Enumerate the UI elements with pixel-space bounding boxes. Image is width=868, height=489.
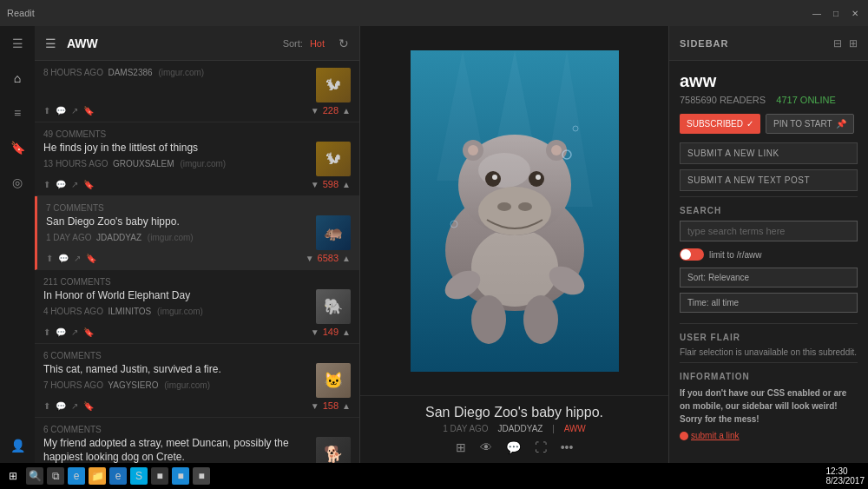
feed-item[interactable]: 6 COMMENTS This cat, named Justin, survi…: [35, 344, 359, 418]
downvote-button[interactable]: ▼: [311, 327, 319, 337]
app-icon2[interactable]: ■: [172, 467, 189, 485]
upvote-icon[interactable]: ⬆: [43, 401, 50, 411]
feed-item-content: He finds joy in the littlest of things 1…: [43, 142, 309, 171]
feed-item[interactable]: 6 COMMENTS My friend adopted a stray, me…: [35, 418, 359, 463]
edge-icon[interactable]: e: [68, 467, 85, 485]
maximize-button[interactable]: □: [830, 7, 842, 19]
sidebar-header-icons: ⊟ ⊞: [833, 37, 858, 50]
task-view-icon[interactable]: ⧉: [47, 467, 64, 485]
share-icon[interactable]: ↗: [71, 401, 78, 411]
minimize-button[interactable]: —: [811, 7, 823, 19]
user-icon[interactable]: 👤: [7, 435, 28, 456]
expand-action-icon[interactable]: ⛶: [535, 440, 547, 454]
feed-item-meta2: 7 HOURS AGO YAGYSIERO (imgur.com): [43, 380, 309, 390]
feed-item-header: 8 HOURS AGO DAMS2386 (imgur.com) 🐿: [43, 68, 351, 102]
search-input[interactable]: [680, 221, 858, 241]
share-icon[interactable]: ↗: [71, 327, 78, 337]
subreddit-name: aww: [680, 71, 858, 91]
upvote-icon[interactable]: ⬆: [43, 106, 50, 116]
upvote-button[interactable]: ▲: [342, 254, 351, 263]
eye-action-icon[interactable]: 👁: [480, 440, 492, 454]
app-title: Readit: [7, 8, 811, 18]
limit-toggle[interactable]: [680, 248, 704, 261]
image-action-icon[interactable]: ⊞: [456, 440, 466, 454]
sidebar-columns-icon[interactable]: ⊞: [849, 37, 858, 50]
save-icon[interactable]: 🔖: [83, 106, 94, 116]
sort-value[interactable]: Hot: [310, 38, 325, 49]
feed-item[interactable]: 211 COMMENTS In Honor of World Elephant …: [35, 270, 359, 344]
content-sub[interactable]: AWW: [564, 424, 586, 433]
hamburger-menu-icon[interactable]: ☰: [7, 33, 28, 54]
information-section-title: INFORMATION: [680, 372, 858, 381]
time-select[interactable]: Time: all time: [680, 293, 858, 313]
feed-item-thumbnail: 🐱: [316, 363, 351, 398]
check-icon: ✓: [746, 119, 753, 129]
downvote-button[interactable]: ▼: [306, 254, 314, 263]
content-footer: San Diego Zoo's baby hippo. 1 DAY AGO JD…: [360, 395, 668, 463]
save-icon[interactable]: 🔖: [83, 327, 94, 337]
content-user[interactable]: JDADDYAZ: [497, 424, 542, 433]
svg-point-6: [471, 228, 558, 307]
share-icon[interactable]: ↗: [71, 106, 78, 116]
feed-item[interactable]: 7 COMMENTS San Diego Zoo's baby hippo. 1…: [35, 196, 359, 270]
feed-menu-icon[interactable]: ☰: [45, 36, 56, 50]
upvote-icon[interactable]: ⬆: [46, 254, 53, 263]
feed-item-content: San Diego Zoo's baby hippo. 1 DAY AGO JD…: [46, 215, 309, 245]
close-button[interactable]: ✕: [849, 7, 861, 19]
submit-link[interactable]: submit a link: [691, 431, 740, 440]
upvote-button[interactable]: ▲: [342, 401, 351, 411]
app-icon1[interactable]: ■: [151, 467, 168, 485]
feed-item-content: My friend adopted a stray, meet Duncan, …: [43, 437, 309, 463]
upvote-button[interactable]: ▲: [342, 180, 351, 189]
feed-item[interactable]: 8 HOURS AGO DAMS2386 (imgur.com) 🐿 ⬆ 💬 ↗…: [35, 61, 359, 122]
comment-icon[interactable]: 💬: [56, 180, 66, 189]
feed-item-header: San Diego Zoo's baby hippo. 1 DAY AGO JD…: [46, 215, 351, 250]
submit-link-row: submit a link: [680, 431, 858, 440]
svg-point-19: [536, 175, 541, 180]
feed-item-meta: 211 COMMENTS: [43, 277, 351, 287]
share-icon[interactable]: ↗: [74, 254, 81, 263]
search-taskbar-icon[interactable]: 🔍: [26, 467, 43, 485]
ie-icon[interactable]: e: [109, 467, 127, 485]
compass-icon[interactable]: ◎: [7, 172, 28, 193]
save-icon[interactable]: 🔖: [83, 401, 94, 411]
list-icon[interactable]: ≡: [7, 102, 28, 123]
share-icon[interactable]: ↗: [71, 180, 78, 189]
feed-item-header: This cat, named Justin, survived a fire.…: [43, 363, 351, 398]
folder-icon[interactable]: 📁: [89, 467, 106, 485]
downvote-button[interactable]: ▼: [311, 401, 319, 411]
more-action-icon[interactable]: •••: [561, 440, 574, 454]
feed-item-meta2: 1 DAY AGO JDADDYAZ (imgur.com): [46, 233, 309, 242]
comment-icon[interactable]: 💬: [56, 401, 66, 411]
content-meta: 1 DAY AGO JDADDYAZ | AWW: [378, 424, 651, 433]
upvote-button[interactable]: ▲: [342, 327, 351, 337]
submit-link-button[interactable]: SUBMIT A NEW LINK: [680, 142, 858, 164]
pin-button[interactable]: PIN TO START 📌: [766, 114, 854, 134]
submit-text-button[interactable]: SUBMIT A NEW TEXT POST: [680, 169, 858, 191]
feed-item-header: He finds joy in the littlest of things 1…: [43, 142, 351, 176]
bookmark-icon[interactable]: 🔖: [7, 137, 28, 158]
app-icon3[interactable]: ■: [193, 467, 210, 485]
downvote-button[interactable]: ▼: [311, 180, 319, 189]
sidebar-layout-icon[interactable]: ⊟: [833, 37, 842, 50]
upvote-icon[interactable]: ⬆: [43, 327, 50, 337]
upvote-button[interactable]: ▲: [342, 106, 351, 116]
feed-item-meta: 8 HOURS AGO DAMS2386 (imgur.com): [43, 68, 309, 77]
start-button[interactable]: ⊞: [3, 466, 23, 486]
comment-icon[interactable]: 💬: [56, 106, 66, 116]
sort-select[interactable]: Sort: Relevance: [680, 268, 858, 287]
save-icon[interactable]: 🔖: [83, 180, 94, 189]
skype-icon[interactable]: S: [130, 467, 148, 485]
subscribe-button[interactable]: SUBSCRIBED ✓: [680, 114, 760, 134]
refresh-icon[interactable]: ↻: [339, 36, 349, 50]
home-icon[interactable]: ⌂: [7, 68, 28, 89]
upvote-icon[interactable]: ⬆: [43, 180, 50, 189]
downvote-button[interactable]: ▼: [311, 106, 319, 116]
feed-item[interactable]: 49 COMMENTS He finds joy in the littlest…: [35, 122, 359, 196]
title-bar: Readit — □ ✕: [0, 0, 868, 26]
comment-icon[interactable]: 💬: [56, 327, 66, 337]
svg-point-10: [523, 295, 558, 344]
comment-action-icon[interactable]: 💬: [506, 440, 521, 454]
comment-icon[interactable]: 💬: [58, 254, 69, 263]
save-icon[interactable]: 🔖: [86, 254, 96, 263]
